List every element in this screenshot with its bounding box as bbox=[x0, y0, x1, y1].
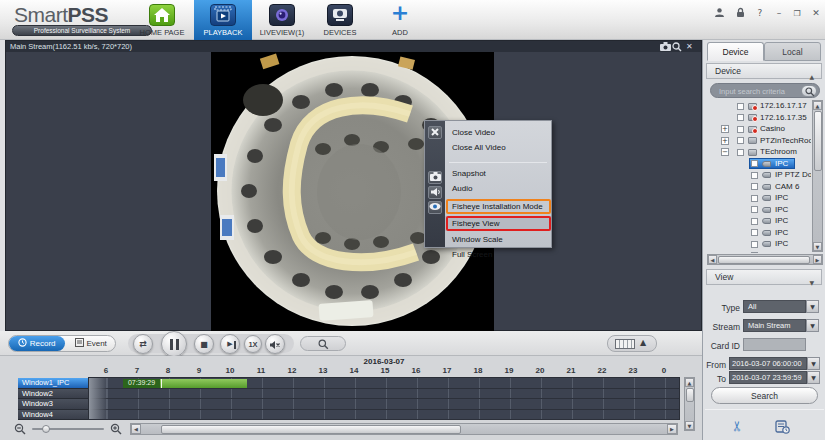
step-forward-button[interactable]: ▶ bbox=[220, 334, 240, 354]
window-layout-selector[interactable]: ▲ bbox=[607, 335, 657, 352]
pause-button[interactable] bbox=[161, 331, 187, 357]
help-icon[interactable]: ? bbox=[753, 7, 767, 20]
checkbox[interactable] bbox=[737, 114, 744, 121]
lock-icon[interactable] bbox=[733, 7, 747, 20]
record-tab[interactable]: Record bbox=[9, 336, 65, 351]
tree-item-channel[interactable]: IP PTZ Do bbox=[707, 169, 811, 181]
menu-item-audio[interactable]: Audio bbox=[445, 181, 551, 196]
minimize-icon[interactable]: – bbox=[772, 7, 786, 20]
menu-item-full-screen[interactable]: Full Screen bbox=[445, 247, 551, 262]
timeline-hscrollbar[interactable]: ◀ ▶ bbox=[130, 423, 678, 435]
device-search-box[interactable] bbox=[710, 83, 820, 98]
tree-item-channel[interactable]: IPC bbox=[707, 192, 811, 204]
to-datetime-select[interactable]: 2016-03-07 23:59:59 bbox=[729, 371, 807, 384]
checkbox[interactable] bbox=[751, 183, 758, 190]
timeline-track-window4[interactable] bbox=[89, 410, 679, 421]
checkbox[interactable] bbox=[751, 206, 758, 213]
menu-item-window-scale[interactable]: Window Scale bbox=[445, 232, 551, 247]
checkbox[interactable] bbox=[737, 149, 744, 156]
tab-devices[interactable]: DEVICES bbox=[314, 0, 366, 40]
clip-scissors-icon[interactable]: ✂ bbox=[729, 420, 745, 432]
tab-home-page[interactable]: HOME PAGE bbox=[132, 0, 192, 40]
tree-vscrollbar[interactable]: ▲ ▼ bbox=[812, 100, 823, 252]
stop-button[interactable]: ■ bbox=[194, 334, 214, 354]
to-dropdown-icon[interactable]: ▼ bbox=[807, 371, 820, 384]
tree-item-channel[interactable]: 1-HDBW4 bbox=[707, 250, 811, 254]
tree-item-device[interactable]: − TEchroom bbox=[707, 146, 811, 158]
timeline-zoom-button[interactable] bbox=[300, 336, 346, 351]
tree-item-channel[interactable]: CAM 6 bbox=[707, 181, 811, 193]
device-section-header[interactable]: Device ▲ bbox=[706, 63, 822, 79]
scroll-down-icon[interactable]: ▼ bbox=[685, 421, 694, 430]
scroll-down-icon[interactable]: ▼ bbox=[813, 242, 822, 251]
hscroll-thumb[interactable] bbox=[161, 425, 461, 434]
menu-item-snapshot[interactable]: Snapshot bbox=[445, 166, 551, 181]
timeline-zoom-slider[interactable] bbox=[32, 428, 104, 430]
tree-vscroll-thumb[interactable] bbox=[814, 111, 822, 171]
sidebar-tab-device[interactable]: Device bbox=[707, 42, 764, 61]
menu-item-fisheye-installation-mode[interactable]: Fisheye Installation Mode bbox=[445, 199, 551, 214]
checkbox[interactable] bbox=[737, 126, 744, 133]
tree-item-device[interactable]: + PTZinTechRoo bbox=[707, 135, 811, 147]
scroll-right-icon[interactable]: ▶ bbox=[813, 255, 822, 264]
timeline-window1-label[interactable]: Window1_IPC bbox=[18, 378, 88, 389]
restore-icon[interactable]: ❒ bbox=[790, 7, 804, 20]
scroll-up-icon[interactable]: ▲ bbox=[813, 101, 822, 110]
search-button[interactable] bbox=[801, 85, 817, 97]
search-records-button[interactable]: Search bbox=[711, 387, 818, 404]
event-tab[interactable]: Event bbox=[67, 336, 115, 351]
checkbox[interactable] bbox=[751, 229, 758, 236]
checkbox[interactable] bbox=[751, 252, 758, 253]
snapshot-icon[interactable] bbox=[660, 42, 671, 51]
menu-item-close-all-video[interactable]: Close All Video bbox=[445, 140, 551, 155]
export-record-button[interactable] bbox=[775, 420, 790, 434]
timeline-track-window1[interactable]: 07:39:29 bbox=[89, 378, 679, 389]
scroll-right-icon[interactable]: ▶ bbox=[667, 424, 677, 434]
timeline-window2-label[interactable]: Window2 bbox=[18, 389, 88, 400]
timeline-window4-label[interactable]: Window4 bbox=[18, 410, 88, 421]
menu-item-fisheye-view[interactable]: Fisheye View bbox=[445, 216, 551, 231]
user-icon[interactable] bbox=[712, 7, 726, 20]
tree-expand-icon[interactable]: + bbox=[721, 137, 729, 145]
mute-button[interactable] bbox=[265, 334, 285, 354]
timeline-grid[interactable]: 07:39:29 bbox=[88, 377, 680, 420]
card-id-input[interactable] bbox=[743, 338, 806, 351]
recording-segment[interactable]: 07:39:29 bbox=[123, 379, 247, 388]
menu-item-close-video[interactable]: Close Video bbox=[445, 125, 551, 140]
checkbox[interactable] bbox=[751, 241, 758, 248]
tree-item-channel[interactable]: IPC bbox=[707, 238, 811, 250]
tree-item-channel[interactable]: IPC bbox=[707, 215, 811, 227]
tree-collapse-icon[interactable]: − bbox=[721, 148, 729, 156]
checkbox[interactable] bbox=[737, 103, 744, 110]
scroll-left-icon[interactable]: ◀ bbox=[708, 255, 717, 264]
tree-item-channel-selected[interactable]: IPC bbox=[707, 158, 811, 170]
tree-item-device[interactable]: 172.16.17.35 bbox=[707, 112, 811, 124]
checkbox[interactable] bbox=[737, 137, 744, 144]
tab-playback[interactable]: PLAYBACK bbox=[194, 0, 252, 40]
stream-select[interactable]: Main Stream bbox=[743, 319, 806, 332]
scroll-up-icon[interactable]: ▲ bbox=[685, 378, 694, 387]
checkbox[interactable] bbox=[751, 160, 758, 167]
vscroll-thumb[interactable] bbox=[686, 388, 694, 402]
tree-item-device[interactable]: 172.16.17.17 bbox=[707, 100, 811, 112]
tab-add[interactable]: + ADD bbox=[376, 0, 424, 40]
tab-liveview[interactable]: LIVEVIEW(1) bbox=[254, 0, 310, 40]
speed-button[interactable]: 1X bbox=[244, 335, 262, 353]
zoom-slider-thumb[interactable] bbox=[42, 425, 50, 433]
checkbox[interactable] bbox=[751, 218, 758, 225]
tree-item-device[interactable]: + Casino bbox=[707, 123, 811, 135]
type-select[interactable]: All bbox=[743, 300, 806, 313]
tree-expand-icon[interactable]: + bbox=[721, 125, 729, 133]
digital-zoom-icon[interactable] bbox=[672, 42, 683, 51]
close-icon[interactable]: ✕ bbox=[809, 7, 823, 20]
close-video-icon[interactable]: ✕ bbox=[686, 42, 697, 51]
timeline-vscrollbar[interactable]: ▲ ▼ bbox=[684, 377, 695, 431]
stream-dropdown-icon[interactable]: ▼ bbox=[806, 319, 819, 332]
from-datetime-select[interactable]: 2016-03-07 06:00:00 bbox=[729, 357, 807, 370]
tree-hscroll-thumb[interactable] bbox=[718, 256, 810, 264]
checkbox[interactable] bbox=[751, 195, 758, 202]
tree-item-channel[interactable]: IPC bbox=[707, 204, 811, 216]
timeline-zoom-in-button[interactable] bbox=[110, 423, 123, 436]
timeline-window3-label[interactable]: Window3 bbox=[18, 399, 88, 410]
timeline-zoom-out-button[interactable] bbox=[14, 423, 27, 436]
